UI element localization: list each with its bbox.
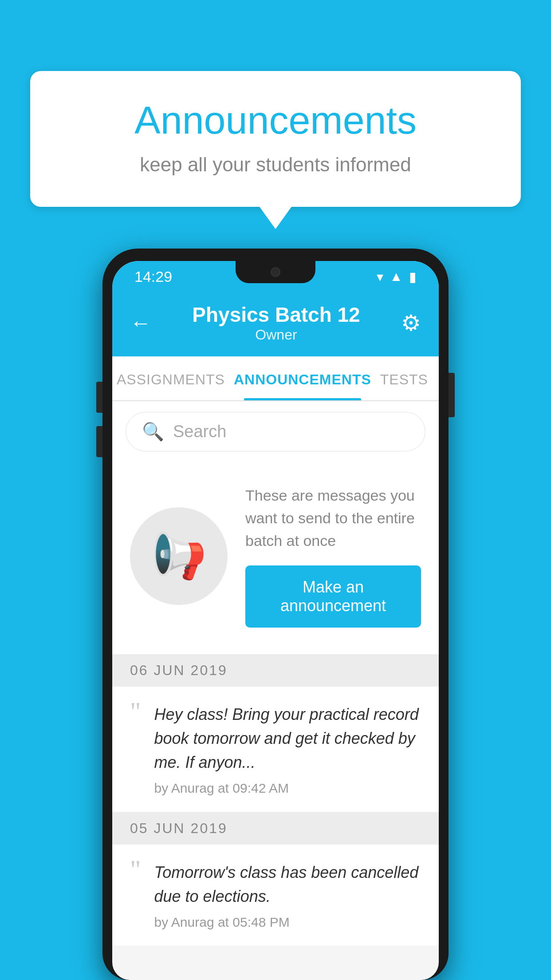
header-subtitle: Owner	[192, 327, 360, 343]
signal-icon: ▲	[390, 269, 403, 284]
search-container: 🔍 Search	[112, 401, 439, 462]
search-bar[interactable]: 🔍 Search	[126, 412, 425, 451]
power-button	[449, 373, 455, 417]
vol-down-button	[96, 426, 102, 457]
tab-assignments[interactable]: ASSIGNMENTS	[112, 356, 229, 400]
app-header: ← Physics Batch 12 Owner ⚙	[112, 292, 439, 356]
phone-screen: 14:29 ▾ ▲ ▮ ← Physics Batch 12 Owner ⚙	[112, 261, 439, 980]
search-input[interactable]: Search	[173, 422, 226, 441]
date-separator-2: 05 JUN 2019	[112, 812, 439, 845]
battery-icon: ▮	[409, 269, 417, 285]
announcement-message-2: Tomorrow's class has been cancelled due …	[154, 861, 421, 909]
tab-announcements[interactable]: ANNOUNCEMENTS	[229, 356, 376, 400]
tab-more[interactable]: ›	[433, 356, 439, 400]
announcement-meta-1: by Anurag at 09:42 AM	[154, 781, 421, 796]
quote-icon-1: "	[130, 698, 141, 725]
bubble-title: Announcements	[66, 98, 485, 143]
tab-bar: ASSIGNMENTS ANNOUNCEMENTS TESTS ›	[112, 356, 439, 401]
date-separator-1: 06 JUN 2019	[112, 654, 439, 687]
back-button[interactable]: ←	[130, 312, 151, 334]
phone-wrapper: 14:29 ▾ ▲ ▮ ← Physics Batch 12 Owner ⚙	[102, 249, 449, 980]
megaphone-circle: 📢	[130, 507, 228, 605]
tab-tests[interactable]: TESTS	[376, 356, 433, 400]
date-label-1: 06 JUN 2019	[130, 662, 228, 678]
quote-icon-2: "	[130, 856, 141, 883]
announcement-meta-2: by Anurag at 05:48 PM	[154, 915, 421, 930]
header-title: Physics Batch 12	[192, 303, 360, 327]
bubble-subtitle: keep all your students informed	[66, 154, 485, 176]
speech-bubble-card: Announcements keep all your students inf…	[30, 71, 521, 207]
announcement-content-2: Tomorrow's class has been cancelled due …	[154, 861, 421, 930]
announcement-content-1: Hey class! Bring your practical record b…	[154, 703, 421, 796]
header-center: Physics Batch 12 Owner	[192, 303, 360, 343]
speech-bubble-section: Announcements keep all your students inf…	[30, 71, 521, 229]
make-announcement-button[interactable]: Make an announcement	[245, 565, 421, 628]
phone-notch	[236, 261, 315, 283]
announcement-item-2[interactable]: " Tomorrow's class has been cancelled du…	[112, 845, 439, 946]
volume-buttons	[96, 382, 102, 457]
promo-right: These are messages you want to send to t…	[245, 484, 421, 628]
vol-up-button	[96, 382, 102, 413]
status-icons: ▾ ▲ ▮	[377, 269, 417, 285]
camera-dot	[271, 267, 280, 277]
status-time: 14:29	[134, 268, 172, 285]
announcement-message-1: Hey class! Bring your practical record b…	[154, 703, 421, 775]
wifi-icon: ▾	[377, 269, 383, 285]
megaphone-icon: 📢	[151, 530, 207, 582]
phone-outer: 14:29 ▾ ▲ ▮ ← Physics Batch 12 Owner ⚙	[102, 249, 449, 980]
announcement-promo: 📢 These are messages you want to send to…	[112, 462, 439, 654]
settings-icon[interactable]: ⚙	[401, 310, 421, 336]
announcement-item-1[interactable]: " Hey class! Bring your practical record…	[112, 687, 439, 812]
date-label-2: 05 JUN 2019	[130, 820, 228, 836]
search-icon: 🔍	[142, 421, 164, 442]
promo-description: These are messages you want to send to t…	[245, 484, 421, 552]
speech-bubble-tail	[260, 207, 291, 229]
